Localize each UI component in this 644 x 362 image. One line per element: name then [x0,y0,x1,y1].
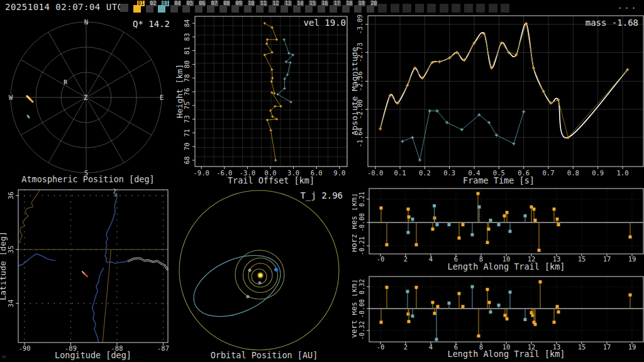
station-1-series [264,22,282,162]
tab-dark-blank[interactable] [452,4,460,13]
tab-square [269,5,276,13]
panel-atmospheric-position: NSWEZRQ* 14.2Atmospheric Position [deg] [0,14,176,187]
data-point-marker [506,211,509,214]
tab-07[interactable]: 07 [206,1,219,14]
sun [258,273,263,278]
tab-18[interactable]: 18 [341,1,354,14]
y-tick-label: -0.00 [358,299,365,318]
data-point-marker [274,159,277,162]
tab-dark-blank[interactable] [415,4,424,13]
grid [368,16,643,167]
data-point-marker [512,142,515,145]
data-point-marker [380,321,383,324]
tab-05[interactable]: 05 [182,1,194,14]
x-tick-label: 19 [628,255,636,263]
data-point-marker [418,158,421,162]
overflow-menu[interactable]: ... [617,0,638,11]
tab-04[interactable]: 04 [170,1,182,14]
data-point-marker [431,301,435,304]
tab-dark-blank[interactable] [489,4,497,13]
tab-09[interactable]: 09 [231,1,243,14]
planet-venus [248,269,252,272]
y-axis-label: Horz Res [km] [352,193,358,252]
data-point-marker [436,223,439,226]
data-point-marker [532,67,535,70]
tab-square [305,5,313,13]
data-point-marker [489,310,492,314]
tab-square [219,5,227,13]
data-point-marker [539,280,542,283]
y-tick-label: 36 [7,192,14,200]
tab-19[interactable]: 19 [353,1,366,14]
top-bar: 20251014 02:07:04 UTC 010203040506070809… [0,0,644,14]
panel-magnitude: -3.09-2.73-2.36-2.00-1.64-0.00.10.20.30.… [352,14,644,187]
tab-20[interactable]: 20 [366,1,379,14]
tab-dark-blank[interactable] [464,4,473,13]
tab-14[interactable]: 14 [292,1,305,14]
tab-15[interactable]: 15 [304,1,317,14]
data-point-marker [458,292,461,295]
tab-02[interactable]: 02 [145,1,158,14]
station-2-stems [406,285,527,341]
x-tick-label: -0 [377,255,385,263]
x-axis-label: Length Along Trail [km] [448,261,565,272]
tab-dark-blank[interactable] [501,4,509,13]
y-axis-label: Absolute Magnitude [352,47,359,135]
panel-horz-res: 0.21-0.00-0.21-02468101213151719Horz Res… [352,187,644,275]
data-point-marker [503,214,506,217]
x-tick-label: 0.3 [443,169,455,177]
grid [369,277,643,342]
data-point-marker [497,304,501,307]
data-point-marker [433,204,436,207]
data-point-marker [477,334,480,337]
trail-offset-plot: 8483818078767573717068-9.0-6.0-3.00.03.0… [176,14,352,187]
x-tick-label: -9.0 [194,169,209,177]
x-tick-label: -0.0 [367,169,383,177]
tab-dark-blank[interactable] [402,4,411,13]
panel-ground-map: 363534-90-89-88-87Latitude [deg]Longitud… [0,187,176,362]
data-point-marker [448,223,451,226]
tab-03[interactable]: 03 [157,1,170,14]
tab-06[interactable]: 06 [194,1,207,14]
tab-13[interactable]: 13 [280,1,292,14]
data-point-marker [462,305,465,308]
data-point-marker [557,223,560,226]
panel-vert-res: 0.32-0.00-0.32-02468101213151719Vert Res… [352,275,644,362]
river-blue-west [18,254,56,266]
tab-dark-blank[interactable] [378,4,387,13]
tab-dark-blank[interactable] [440,4,448,13]
tab-17[interactable]: 17 [329,1,341,14]
tab-01[interactable]: 01 [133,1,145,14]
watermark: gw [2,354,7,359]
tab-blank[interactable] [120,4,128,12]
x-tick-label: 2 [404,343,408,351]
tab-12[interactable]: 12 [268,1,280,14]
tab-dark-blank[interactable] [391,4,399,13]
tab-square [367,5,374,13]
planet-mars [247,295,250,299]
data-point-marker [629,293,632,297]
station-2-series [277,38,294,103]
state-line-vertical [103,250,111,343]
data-point-marker [270,129,272,131]
panel-orbit: T_j 2.96Orbital Position [AU] [176,187,352,362]
tab-dark-blank[interactable] [476,4,485,13]
data-point-marker [411,314,414,317]
y-tick-label: 35 [7,246,14,254]
data-point-marker [522,110,525,113]
tab-square [256,5,264,13]
y-axis-label: Vert Res [km] [352,279,358,338]
data-point-marker [435,338,438,341]
y-tick-label: 0.32 [358,279,365,294]
x-tick-label: 2 [404,255,408,263]
sky-trail-teal [28,116,29,118]
data-point-marker [471,233,474,236]
tab-08[interactable]: 08 [219,1,231,14]
tab-square [195,5,203,13]
x-tick-label: 17 [603,255,611,263]
tab-dark-blank[interactable] [427,4,436,13]
tab-10[interactable]: 10 [243,1,256,14]
x-tick-label: 4 [429,343,433,351]
tab-11[interactable]: 11 [255,1,268,14]
tab-16[interactable]: 16 [317,1,330,14]
